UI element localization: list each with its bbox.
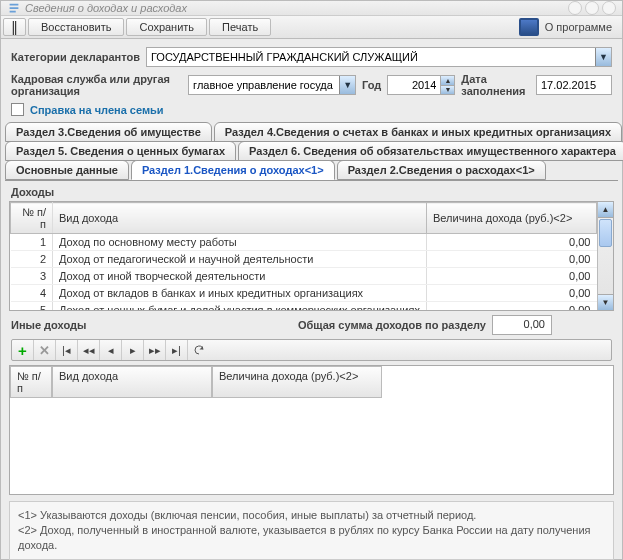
refresh-icon[interactable]	[188, 340, 210, 360]
footnote-1: <1> Указываются доходы (включая пенсии, …	[18, 508, 605, 523]
minimize-button[interactable]	[568, 1, 582, 15]
spin-down-icon[interactable]: ▼	[441, 86, 454, 95]
total-label: Общая сумма доходов по разделу	[298, 319, 486, 331]
app-icon	[7, 1, 21, 15]
header-form: Категории декларантов ▼ Кадровая служба …	[1, 39, 622, 120]
cell-num: 3	[11, 268, 53, 285]
total-value: 0,00	[492, 315, 552, 335]
cell-value: 0,00	[427, 234, 597, 251]
prev-record-icon[interactable]: ◂	[100, 340, 122, 360]
last-record-icon[interactable]: ▸|	[166, 340, 188, 360]
tab-section1[interactable]: Раздел 1.Сведения о доходах<1>	[131, 160, 335, 180]
next-page-icon[interactable]: ▸▸	[144, 340, 166, 360]
scroll-down-icon[interactable]: ▼	[598, 294, 613, 310]
fill-date-input[interactable]	[536, 75, 612, 95]
col-value[interactable]: Величина дохода (руб.)<2>	[427, 203, 597, 234]
cell-num: 2	[11, 251, 53, 268]
main-toolbar: ‖ Восстановить Сохранить Печать О програ…	[1, 16, 622, 39]
cell-value: 0,00	[427, 285, 597, 302]
org-label: Кадровая служба или другая организация	[11, 73, 182, 97]
table-row[interactable]: 2Доход от педагогической и научной деяте…	[11, 251, 597, 268]
window-title: Сведения о доходах и расходах	[25, 2, 187, 14]
tab-section3[interactable]: Раздел 3.Сведения об имуществе	[5, 122, 212, 142]
tabs-area: Раздел 3.Сведения об имуществе Раздел 4.…	[1, 120, 622, 180]
year-input[interactable]	[387, 75, 441, 95]
record-navigator: + ✕ |◂ ◂◂ ◂ ▸ ▸▸ ▸|	[11, 339, 612, 361]
incomes-title: Доходы	[1, 180, 622, 201]
org-combo[interactable]: ▼	[188, 75, 356, 95]
tab-section5[interactable]: Раздел 5. Сведения о ценных бумагах	[5, 141, 236, 161]
empty-grid-body[interactable]	[10, 398, 613, 494]
about-button[interactable]: О программе	[511, 18, 620, 36]
cell-kind: Доход от педагогической и научной деятел…	[53, 251, 427, 268]
year-spinner[interactable]: ▲ ▼	[387, 75, 455, 95]
cell-value: 0,00	[427, 251, 597, 268]
table-row[interactable]: 5Доход от ценных бумаг и долей участия в…	[11, 302, 597, 311]
cell-num: 4	[11, 285, 53, 302]
family-check-label: Справка на члена семьи	[30, 104, 164, 116]
col-num[interactable]: № п/п	[10, 366, 52, 398]
cell-value: 0,00	[427, 268, 597, 285]
tab-section2[interactable]: Раздел 2.Сведения о расходах<1>	[337, 160, 546, 180]
col-kind[interactable]: Вид дохода	[52, 366, 212, 398]
save-button[interactable]: Сохранить	[126, 18, 207, 36]
col-value[interactable]: Величина дохода (руб.)<2>	[212, 366, 382, 398]
spin-up-icon[interactable]: ▲	[441, 76, 454, 86]
close-button[interactable]	[602, 1, 616, 15]
org-input[interactable]	[188, 75, 356, 95]
monitor-icon	[519, 18, 539, 36]
table-row[interactable]: 4Доход от вкладов в банках и иных кредит…	[11, 285, 597, 302]
scroll-thumb[interactable]	[599, 219, 612, 247]
family-checkbox[interactable]	[11, 103, 24, 116]
year-label: Год	[362, 79, 381, 91]
chevron-down-icon[interactable]: ▼	[339, 76, 355, 94]
cell-value: 0,00	[427, 302, 597, 311]
toolbar-separator: ‖	[3, 18, 26, 36]
cell-kind: Доход по основному месту работы	[53, 234, 427, 251]
tab-main[interactable]: Основные данные	[5, 160, 129, 180]
footnotes: <1> Указываются доходы (включая пенсии, …	[9, 501, 614, 560]
cell-kind: Доход от ценных бумаг и долей участия в …	[53, 302, 427, 311]
footnote-2: <2> Доход, полученный в иностранной валю…	[18, 523, 605, 553]
cell-num: 5	[11, 302, 53, 311]
window-controls	[568, 1, 616, 15]
fill-date-label: Дата заполнения	[461, 73, 530, 97]
about-label: О программе	[545, 21, 612, 33]
tab-section4[interactable]: Раздел 4.Сведения о счетах в банках и ин…	[214, 122, 622, 142]
col-num[interactable]: № п/п	[11, 203, 53, 234]
cell-kind: Доход от вкладов в банках и иных кредитн…	[53, 285, 427, 302]
cell-num: 1	[11, 234, 53, 251]
category-combo[interactable]: ▼	[146, 47, 612, 67]
other-incomes-grid: № п/п Вид дохода Величина дохода (руб.)<…	[9, 365, 614, 495]
maximize-button[interactable]	[585, 1, 599, 15]
delete-record-button[interactable]: ✕	[34, 340, 56, 360]
add-record-button[interactable]: +	[12, 340, 34, 360]
col-kind[interactable]: Вид дохода	[53, 203, 427, 234]
table-row[interactable]: 1Доход по основному месту работы0,00	[11, 234, 597, 251]
other-incomes-title: Иные доходы	[11, 319, 86, 331]
scroll-up-icon[interactable]: ▲	[598, 202, 613, 218]
restore-button[interactable]: Восстановить	[28, 18, 124, 36]
print-button[interactable]: Печать	[209, 18, 271, 36]
prev-page-icon[interactable]: ◂◂	[78, 340, 100, 360]
next-record-icon[interactable]: ▸	[122, 340, 144, 360]
cell-kind: Доход от иной творческой деятельности	[53, 268, 427, 285]
first-record-icon[interactable]: |◂	[56, 340, 78, 360]
incomes-grid: № п/п Вид дохода Величина дохода (руб.)<…	[9, 201, 614, 311]
chevron-down-icon[interactable]: ▼	[595, 48, 611, 66]
category-label: Категории декларантов	[11, 51, 140, 63]
vertical-scrollbar[interactable]: ▲ ▼	[597, 202, 613, 310]
category-input[interactable]	[146, 47, 612, 67]
table-row[interactable]: 3Доход от иной творческой деятельности0,…	[11, 268, 597, 285]
titlebar: Сведения о доходах и расходах	[1, 1, 622, 16]
tab-section6[interactable]: Раздел 6. Сведения об обязательствах иму…	[238, 141, 623, 161]
